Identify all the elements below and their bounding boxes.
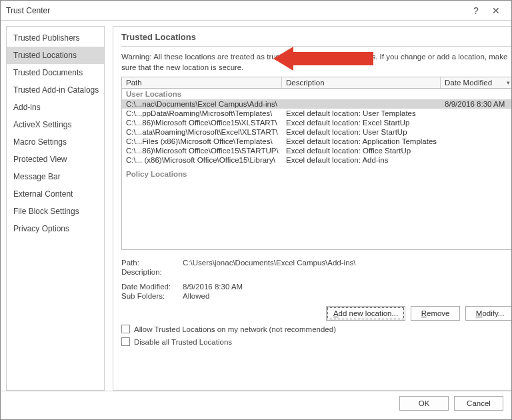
- detail-value-subfolders: Allowed: [183, 292, 209, 300]
- sidebar: Trusted PublishersTrusted LocationsTrust…: [6, 26, 105, 391]
- col-header-date-modified[interactable]: Date Modified ▾: [441, 77, 512, 88]
- cell-date: [441, 127, 512, 137]
- sidebar-item[interactable]: Macro Settings: [7, 133, 104, 151]
- dialog-body: Trusted PublishersTrusted LocationsTrust…: [1, 21, 511, 391]
- cell-date: 8/9/2016 8:30 AM: [441, 99, 512, 109]
- cell-date: [441, 137, 512, 146]
- cell-path: C:\...nac\Documents\Excel Campus\Add-ins…: [122, 99, 282, 109]
- cell-description: Excel default location: Office StartUp: [282, 146, 441, 155]
- table-row[interactable]: C:\...86)\Microsoft Office\Office15\XLST…: [122, 118, 512, 127]
- locations-table[interactable]: Path Description Date Modified ▾ User Lo…: [121, 77, 512, 250]
- col-header-path[interactable]: Path: [122, 77, 282, 88]
- sidebar-item[interactable]: Message Bar: [7, 168, 104, 185]
- checkbox-icon[interactable]: [121, 325, 130, 333]
- close-button[interactable]: ✕: [486, 3, 506, 19]
- checkbox-icon[interactable]: [121, 337, 130, 346]
- checkbox-disable-all[interactable]: Disable all Trusted Locations: [121, 337, 512, 346]
- table-row[interactable]: C:\...86)\Microsoft Office\Office15\STAR…: [122, 146, 512, 155]
- help-button[interactable]: ?: [466, 3, 486, 19]
- detail-value-path: C:\Users\jonac\Documents\Excel Campus\Ad…: [183, 259, 356, 267]
- sidebar-item[interactable]: File Block Settings: [7, 203, 104, 220]
- section-heading: Trusted Locations: [121, 32, 512, 47]
- group-user-locations: User Locations: [122, 89, 512, 99]
- checkbox-label-disable: Disable all Trusted Locations: [134, 338, 232, 346]
- detail-label-date: Date Modified:: [121, 283, 183, 291]
- sidebar-item[interactable]: Privacy Options: [7, 220, 104, 237]
- sidebar-item[interactable]: Trusted Locations: [7, 47, 104, 64]
- checkbox-label-network: Allow Trusted Locations on my network (n…: [134, 325, 336, 333]
- content-panel: Trusted Locations Warning: All these loc…: [113, 26, 512, 391]
- cell-path: C:\... (x86)\Microsoft Office\Office15\L…: [122, 155, 282, 165]
- sort-indicator-icon: ▾: [507, 79, 510, 86]
- detail-label-subfolders: Sub Folders:: [121, 292, 183, 300]
- col-header-description[interactable]: Description: [282, 77, 441, 88]
- table-row[interactable]: C:\... (x86)\Microsoft Office\Office15\L…: [122, 155, 512, 165]
- checkbox-allow-network[interactable]: Allow Trusted Locations on my network (n…: [121, 325, 512, 333]
- add-new-location-button[interactable]: Add new location...: [326, 306, 405, 321]
- sidebar-item[interactable]: Trusted Documents: [7, 64, 104, 81]
- title-bar: Trust Center ? ✕: [1, 1, 511, 21]
- cell-path: C:\...Files (x86)\Microsoft Office\Templ…: [122, 137, 282, 146]
- window-title: Trust Center: [6, 6, 466, 15]
- cell-description: Excel default location: User StartUp: [282, 127, 441, 137]
- cell-description: Excel default location: Excel StartUp: [282, 118, 441, 127]
- col-header-date-label: Date Modified: [445, 79, 492, 87]
- group-policy-locations: Policy Locations: [122, 169, 512, 179]
- warning-text: Warning: All these locations are treated…: [121, 52, 512, 73]
- cancel-button[interactable]: Cancel: [454, 396, 503, 411]
- cell-description: [282, 99, 441, 109]
- cell-date: [441, 155, 512, 165]
- sidebar-item[interactable]: ActiveX Settings: [7, 116, 104, 133]
- cell-date: [441, 118, 512, 127]
- table-row[interactable]: C:\...Files (x86)\Microsoft Office\Templ…: [122, 137, 512, 146]
- remove-button[interactable]: Remove: [411, 306, 460, 321]
- table-row[interactable]: C:\...nac\Documents\Excel Campus\Add-ins…: [122, 99, 512, 109]
- cell-date: [441, 146, 512, 155]
- table-header: Path Description Date Modified ▾: [122, 77, 512, 89]
- sidebar-item[interactable]: Trusted Publishers: [7, 29, 104, 47]
- cell-date: [441, 109, 512, 118]
- table-row[interactable]: C:\...ppData\Roaming\Microsoft\Templates…: [122, 109, 512, 118]
- ok-button[interactable]: OK: [399, 396, 449, 411]
- cell-description: Excel default location: User Templates: [282, 109, 441, 118]
- details-panel: Path: C:\Users\jonac\Documents\Excel Cam…: [121, 258, 512, 301]
- action-buttons: Add new location... Remove Modify...: [121, 306, 512, 321]
- cell-path: C:\...86)\Microsoft Office\Office15\STAR…: [122, 146, 282, 155]
- dialog-footer: OK Cancel: [1, 391, 511, 415]
- sidebar-item[interactable]: Trusted Add-in Catalogs: [7, 81, 104, 99]
- detail-value-date: 8/9/2016 8:30 AM: [183, 283, 243, 291]
- table-row[interactable]: C:\...ata\Roaming\Microsoft\Excel\XLSTAR…: [122, 127, 512, 137]
- sidebar-item[interactable]: External Content: [7, 185, 104, 203]
- cell-description: Excel default location: Add-ins: [282, 155, 441, 165]
- sidebar-item[interactable]: Add-ins: [7, 99, 104, 116]
- detail-label-description: Description:: [121, 268, 183, 276]
- cell-path: C:\...ata\Roaming\Microsoft\Excel\XLSTAR…: [122, 127, 282, 137]
- detail-label-path: Path:: [121, 259, 183, 267]
- cell-path: C:\...ppData\Roaming\Microsoft\Templates…: [122, 109, 282, 118]
- cell-path: C:\...86)\Microsoft Office\Office15\XLST…: [122, 118, 282, 127]
- cell-description: Excel default location: Application Temp…: [282, 137, 441, 146]
- sidebar-item[interactable]: Protected View: [7, 151, 104, 168]
- modify-button[interactable]: Modify...: [465, 306, 512, 321]
